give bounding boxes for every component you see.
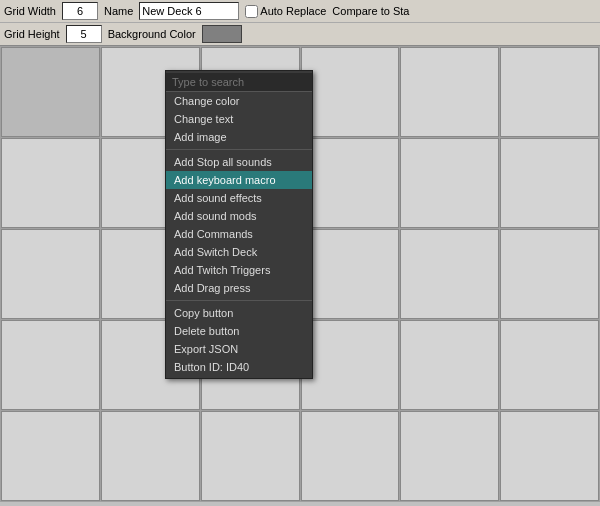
grid-height-label: Grid Height: [4, 28, 60, 40]
name-label: Name: [104, 5, 133, 17]
grid-cell[interactable]: [400, 229, 499, 319]
background-color-picker[interactable]: [202, 25, 242, 43]
context-menu-item[interactable]: Add Twitch Triggers: [166, 261, 312, 279]
grid-cell[interactable]: [500, 47, 599, 137]
grid-cell[interactable]: [1, 47, 100, 137]
auto-replace-checkbox[interactable]: [245, 5, 258, 18]
grid-cell[interactable]: [400, 47, 499, 137]
context-menu-item[interactable]: Copy button: [166, 304, 312, 322]
grid-cell[interactable]: [400, 411, 499, 501]
grid-cell[interactable]: [101, 411, 200, 501]
menu-separator: [166, 149, 312, 150]
context-menu-item[interactable]: Add sound mods: [166, 207, 312, 225]
grid-cell[interactable]: [301, 229, 400, 319]
context-menu-item[interactable]: Change color: [166, 92, 312, 110]
context-menu-item[interactable]: Add image: [166, 128, 312, 146]
grid-cell[interactable]: [1, 411, 100, 501]
context-menu-item[interactable]: Add keyboard macro: [166, 171, 312, 189]
grid-cell[interactable]: [301, 411, 400, 501]
grid-cell[interactable]: [500, 320, 599, 410]
compare-label: Compare to Sta: [332, 5, 409, 17]
context-menu-item[interactable]: Delete button: [166, 322, 312, 340]
grid-cell[interactable]: [1, 138, 100, 228]
grid-height-input[interactable]: [66, 25, 102, 43]
context-menu-item[interactable]: Add sound effects: [166, 189, 312, 207]
grid-cell[interactable]: [201, 411, 300, 501]
background-color-label: Background Color: [108, 28, 196, 40]
context-menu: Change colorChange textAdd imageAdd Stop…: [165, 70, 313, 379]
grid-cell[interactable]: [1, 229, 100, 319]
grid-width-input[interactable]: [62, 2, 98, 20]
context-menu-item[interactable]: Add Drag press: [166, 279, 312, 297]
grid-cell[interactable]: [301, 138, 400, 228]
grid-cell[interactable]: [400, 138, 499, 228]
context-menu-item[interactable]: Button ID: ID40: [166, 358, 312, 376]
deck-name-input[interactable]: [139, 2, 239, 20]
grid-cell[interactable]: [301, 320, 400, 410]
grid-cell[interactable]: [500, 229, 599, 319]
context-menu-item[interactable]: Add Stop all sounds: [166, 153, 312, 171]
context-menu-item[interactable]: Export JSON: [166, 340, 312, 358]
context-menu-item[interactable]: Add Commands: [166, 225, 312, 243]
auto-replace-checkbox-label[interactable]: Auto Replace: [245, 5, 326, 18]
grid-cell[interactable]: [1, 320, 100, 410]
grid-cell[interactable]: [301, 47, 400, 137]
grid-width-label: Grid Width: [4, 5, 56, 17]
grid-cell[interactable]: [400, 320, 499, 410]
toolbar-row1: Grid Width Name Auto Replace Compare to …: [0, 0, 600, 23]
grid-cell[interactable]: [500, 411, 599, 501]
context-menu-item[interactable]: Change text: [166, 110, 312, 128]
context-menu-item[interactable]: Add Switch Deck: [166, 243, 312, 261]
grid-cell[interactable]: [500, 138, 599, 228]
toolbar-row2: Grid Height Background Color: [0, 23, 600, 46]
context-menu-search[interactable]: [166, 73, 312, 92]
menu-separator: [166, 300, 312, 301]
